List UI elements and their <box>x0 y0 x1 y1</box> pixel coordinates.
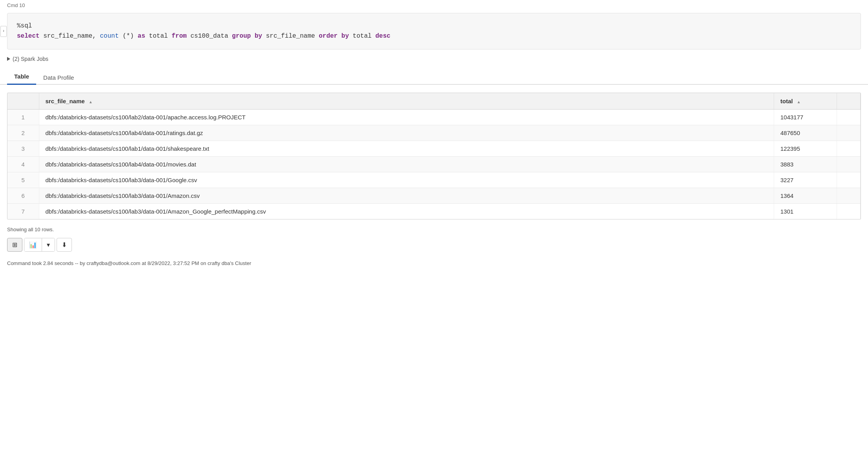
cell-total: 1364 <box>774 188 837 204</box>
th-src-file-name[interactable]: src_file_name ▲ <box>39 93 774 110</box>
sort-icon-filename: ▲ <box>89 100 93 104</box>
code-as-keyword: as <box>138 33 145 40</box>
table-row: 3dbfs:/databricks-datasets/cs100/lab1/da… <box>7 141 861 157</box>
table-row: 4dbfs:/databricks-datasets/cs100/lab4/da… <box>7 157 861 172</box>
code-sql-line: select src_file_name, count (*) as total… <box>17 31 851 42</box>
cell-total: 3227 <box>774 172 837 188</box>
table-grid-icon: ⊞ <box>12 241 17 249</box>
download-button[interactable]: ⬇ <box>57 238 72 252</box>
cell-index: 7 <box>7 204 39 219</box>
code-groupby-keyword: group by <box>232 33 262 40</box>
footer-note: Command took 2.84 seconds -- by craftydb… <box>0 257 868 273</box>
cell-total: 1043177 <box>774 110 837 125</box>
code-col1: src_file_name, <box>43 33 100 40</box>
chart-button-group: 📊 ▾ <box>24 238 55 252</box>
results-table: src_file_name ▲ total ▲ 1dbfs:/databrick… <box>7 93 861 219</box>
cell-extra <box>837 188 861 204</box>
cell-total: 1301 <box>774 204 837 219</box>
th-total[interactable]: total ▲ <box>774 93 837 110</box>
cell-src-file-name: dbfs:/databricks-datasets/cs100/lab3/dat… <box>39 188 774 204</box>
tab-table[interactable]: Table <box>7 70 36 85</box>
cell-index: 3 <box>7 141 39 157</box>
code-count-function: count <box>100 33 119 40</box>
table-row: 2dbfs:/databricks-datasets/cs100/lab4/da… <box>7 125 861 141</box>
chevron-down-icon: ▾ <box>47 241 50 249</box>
code-cell: › %sql select src_file_name, count (*) a… <box>7 13 861 49</box>
spark-jobs-triangle-icon <box>7 57 10 61</box>
cell-src-file-name: dbfs:/databricks-datasets/cs100/lab2/dat… <box>39 110 774 125</box>
cell-index: 6 <box>7 188 39 204</box>
results-table-wrapper: src_file_name ▲ total ▲ 1dbfs:/databrick… <box>7 93 861 219</box>
code-orderby-keyword: order by <box>319 33 349 40</box>
th-extra <box>837 93 861 110</box>
code-alias: total <box>149 33 172 40</box>
code-magic-line: %sql <box>17 21 851 31</box>
cmd-label: Cmd 10 <box>0 0 868 10</box>
cell-index: 5 <box>7 172 39 188</box>
cell-total: 487650 <box>774 125 837 141</box>
cell-extra <box>837 125 861 141</box>
cell-index: 2 <box>7 125 39 141</box>
toolbar-row: ⊞ 📊 ▾ ⬇ <box>0 236 868 257</box>
cell-src-file-name: dbfs:/databricks-datasets/cs100/lab4/dat… <box>39 157 774 172</box>
showing-rows-label: Showing all 10 rows. <box>0 223 868 236</box>
tab-data-profile[interactable]: Data Profile <box>36 71 81 85</box>
cell-extra <box>837 157 861 172</box>
code-magic: %sql <box>17 22 32 29</box>
chart-dropdown-button[interactable]: ▾ <box>42 238 55 251</box>
table-row: 1dbfs:/databricks-datasets/cs100/lab2/da… <box>7 110 861 125</box>
cell-extra <box>837 141 861 157</box>
th-index <box>7 93 39 110</box>
chart-bar-icon: 📊 <box>29 241 37 249</box>
spark-jobs-row[interactable]: (2) Spark Jobs <box>0 53 868 65</box>
table-row: 7dbfs:/databricks-datasets/cs100/lab3/da… <box>7 204 861 219</box>
cell-total: 122395 <box>774 141 837 157</box>
table-view-button[interactable]: ⊞ <box>7 238 22 252</box>
code-count-args: (*) <box>123 33 138 40</box>
chart-button[interactable]: 📊 <box>24 238 42 251</box>
cell-src-file-name: dbfs:/databricks-datasets/cs100/lab4/dat… <box>39 125 774 141</box>
cell-index: 1 <box>7 110 39 125</box>
collapse-button[interactable]: › <box>0 26 7 37</box>
table-row: 5dbfs:/databricks-datasets/cs100/lab3/da… <box>7 172 861 188</box>
sort-icon-total: ▲ <box>797 100 801 104</box>
table-row: 6dbfs:/databricks-datasets/cs100/lab3/da… <box>7 188 861 204</box>
table-header-row: src_file_name ▲ total ▲ <box>7 93 861 110</box>
spark-jobs-label: (2) Spark Jobs <box>13 56 48 62</box>
code-orderby-col: total <box>353 33 376 40</box>
code-table-name: cs100_data <box>191 33 232 40</box>
cell-index: 4 <box>7 157 39 172</box>
cell-src-file-name: dbfs:/databricks-datasets/cs100/lab3/dat… <box>39 172 774 188</box>
cell-extra <box>837 110 861 125</box>
cell-extra <box>837 204 861 219</box>
code-from-keyword: from <box>172 33 187 40</box>
code-select-keyword: select <box>17 33 40 40</box>
cell-total: 3883 <box>774 157 837 172</box>
cell-src-file-name: dbfs:/databricks-datasets/cs100/lab3/dat… <box>39 204 774 219</box>
code-desc-keyword: desc <box>375 33 390 40</box>
tabs-row: Table Data Profile <box>0 69 868 85</box>
cell-extra <box>837 172 861 188</box>
download-icon: ⬇ <box>62 241 67 249</box>
code-groupby-col: src_file_name <box>266 33 319 40</box>
cell-src-file-name: dbfs:/databricks-datasets/cs100/lab1/dat… <box>39 141 774 157</box>
